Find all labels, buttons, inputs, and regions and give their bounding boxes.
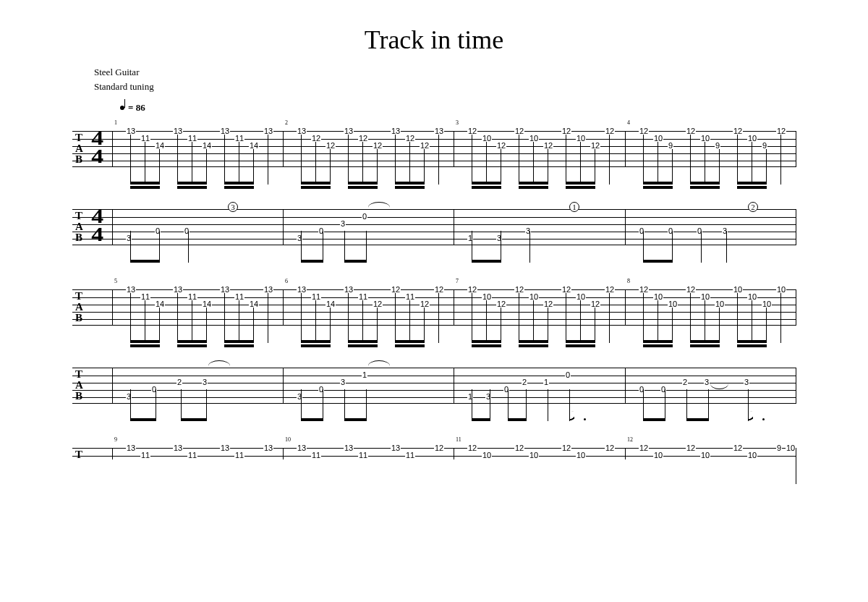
note-stem <box>519 293 519 343</box>
note-stem <box>192 300 192 343</box>
note-stem <box>533 142 534 185</box>
fret-number: 13 <box>173 286 183 293</box>
meta-block: Steel Guitar Standard tuning <box>94 65 796 93</box>
note-stem <box>472 293 472 343</box>
song-title: Track in time <box>72 25 796 55</box>
fret-number: 3 <box>340 378 346 386</box>
fret-number: 10 <box>529 293 539 300</box>
page-crop-overlay <box>72 459 796 503</box>
beam <box>686 418 709 421</box>
fret-number: 10 <box>576 452 586 459</box>
fret-number: 12 <box>514 127 524 135</box>
beam <box>508 418 527 421</box>
barline <box>454 209 454 245</box>
note-stem <box>301 231 302 263</box>
note-stem <box>130 231 131 263</box>
fret-number: 13 <box>391 127 401 135</box>
note-stem <box>323 389 323 421</box>
beam <box>301 418 323 421</box>
note-stem <box>548 389 548 421</box>
fret-number: 13 <box>173 444 183 452</box>
fret-number: 13 <box>297 444 307 452</box>
rhythm-dot <box>762 418 765 420</box>
staff-lines <box>72 131 796 167</box>
note-stem <box>377 308 378 343</box>
fret-number: 12 <box>358 135 368 142</box>
note-stem <box>424 149 425 185</box>
note-stem <box>580 300 581 343</box>
note-stem <box>395 135 396 185</box>
note-stem <box>159 231 160 263</box>
note-stem <box>486 142 487 185</box>
barline <box>283 131 284 167</box>
note-stem <box>580 142 581 185</box>
fret-number: 13 <box>344 127 354 135</box>
note-stem <box>253 308 254 343</box>
fret-number: 2 <box>522 378 527 386</box>
systems-container: TAB4412341311141311141311141313121213121… <box>72 118 796 514</box>
note-stem <box>719 308 720 343</box>
fret-number: 14 <box>155 300 165 308</box>
tab-staff-bottom: TAB3023303113021000233 <box>72 355 796 431</box>
fret-number: 3 <box>340 220 346 227</box>
note-stem <box>533 300 534 343</box>
note-stem <box>665 389 665 421</box>
note-stem <box>658 142 658 185</box>
fret-number: 12 <box>639 286 649 293</box>
note-stem <box>130 293 131 343</box>
fret-number: 9 <box>715 142 720 149</box>
fret-number: 14 <box>155 142 165 149</box>
system-2: TAB5678131114131114131114131311141311121… <box>72 276 796 431</box>
note-stem <box>548 149 548 185</box>
fret-number: 13 <box>220 444 230 452</box>
note-stem <box>344 389 345 421</box>
fret-number: 11 <box>405 452 415 459</box>
barline <box>112 131 113 167</box>
fret-number: 12 <box>590 142 600 149</box>
fret-number: 12 <box>543 300 553 308</box>
fret-number: 10 <box>576 293 586 300</box>
time-signature: 44 <box>91 130 103 166</box>
fret-number: 11 <box>187 135 197 142</box>
staff-lines <box>72 209 796 245</box>
beam <box>472 418 490 421</box>
fret-number: 10 <box>776 286 786 293</box>
fret-number: 12 <box>420 300 430 308</box>
note-stem <box>268 135 268 185</box>
bar-number: 12 <box>627 436 633 443</box>
note-stem <box>224 293 225 343</box>
note-stem <box>177 293 178 343</box>
system-1: TAB4412341311141311141311141313121213121… <box>72 118 796 272</box>
note-stem <box>130 135 131 185</box>
note-stem <box>501 308 501 343</box>
note-stem <box>766 308 767 343</box>
fret-number: 10 <box>733 286 743 293</box>
note-stem <box>366 389 367 421</box>
note-stem <box>737 293 738 343</box>
note-stem <box>395 293 396 343</box>
barline <box>112 289 113 326</box>
note-stem <box>658 300 658 343</box>
fret-number: 11 <box>140 452 150 459</box>
fret-number: 11 <box>358 452 368 459</box>
note-stem <box>409 142 410 185</box>
fret-number: 10 <box>786 444 796 452</box>
note-stem <box>719 149 720 185</box>
note-stem <box>705 300 705 343</box>
fret-number: 13 <box>126 286 136 293</box>
string-indicator-circled: 1 <box>569 202 579 212</box>
fret-number: 12 <box>605 127 615 135</box>
fret-number: 11 <box>234 135 244 142</box>
fret-number: 13 <box>344 444 354 452</box>
fret-number: 12 <box>405 135 415 142</box>
fret-number: 11 <box>311 293 321 300</box>
tie-arc <box>208 360 230 366</box>
note-stem <box>181 389 182 421</box>
fret-number: 12 <box>543 142 553 149</box>
beam <box>344 260 367 263</box>
fret-number: 11 <box>234 293 244 300</box>
beam <box>181 418 207 421</box>
note-stem <box>377 149 378 185</box>
note-stem <box>330 308 331 343</box>
eighth-flag-icon <box>749 411 753 421</box>
